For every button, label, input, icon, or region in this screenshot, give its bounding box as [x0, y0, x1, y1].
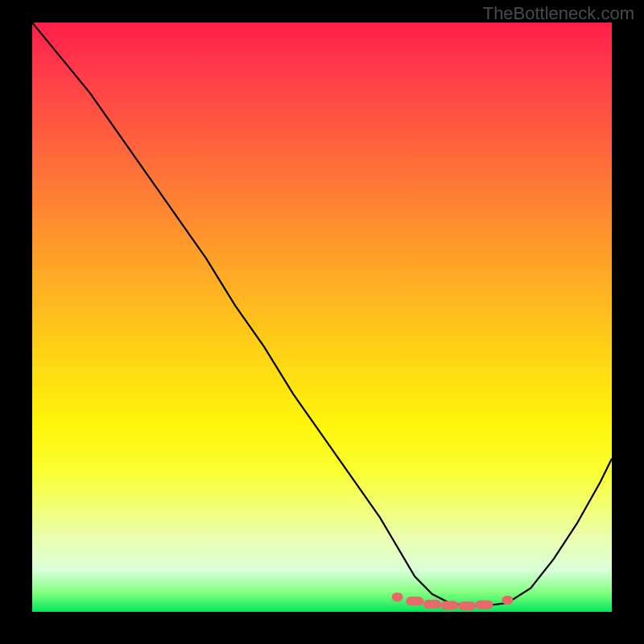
marker-dot [502, 596, 513, 605]
optimal-range-markers [392, 592, 514, 610]
watermark-text: TheBottleneck.com [483, 3, 634, 24]
marker-dot [423, 600, 441, 609]
marker-dot [476, 601, 493, 609]
chart-svg [32, 23, 612, 612]
bottleneck-curve-line [32, 23, 612, 606]
plot-area [32, 23, 612, 612]
marker-dot [458, 601, 476, 610]
marker-dot [392, 592, 403, 601]
marker-dot [440, 601, 458, 609]
marker-dot [406, 597, 423, 605]
